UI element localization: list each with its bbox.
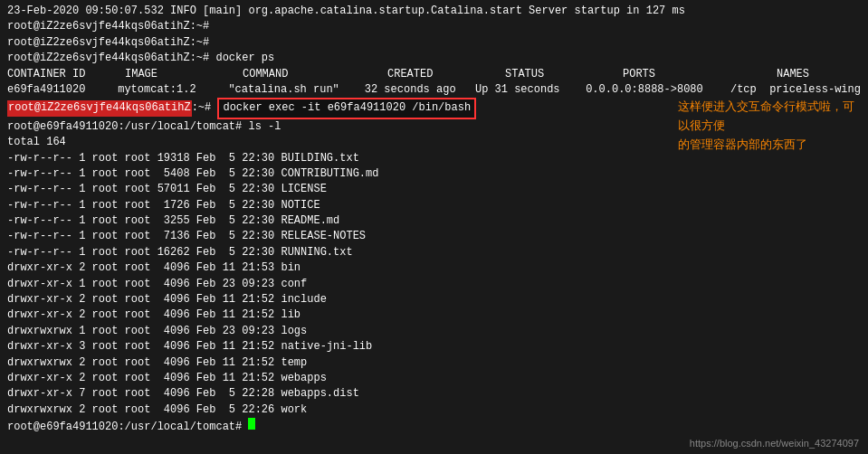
line-text: -rw-r--r-- 1 root root 1726 Feb 5 22:30 … [7, 198, 320, 213]
line-text: 23-Feb-2020 09:50:07.532 INFO [main] org… [7, 4, 685, 19]
line-text: drwxr-xr-x 2 root root 4096 Feb 11 21:52… [7, 371, 327, 386]
terminal-line: drwxr-xr-x 2 root root 4096 Feb 11 21:52… [7, 307, 861, 323]
cell-status: Up 31 seconds [475, 82, 586, 98]
prompt-highlighted: root@iZ2ze6svjfe44kqs06atihZ [7, 100, 192, 116]
cmd-highlighted: docker exec -it e69fa4911020 /bin/bash [217, 98, 476, 118]
cell-command: "catalina.sh run" [228, 82, 364, 98]
line-text: drwxr-xr-x 2 root root 4096 Feb 11 21:52… [7, 292, 327, 307]
line-text: drwxr-xr-x 2 root root 4096 Feb 11 21:52… [7, 307, 300, 323]
terminal-line: -rw-r--r-- 1 root root 7136 Feb 5 22:30 … [7, 229, 861, 244]
line-text: drwxr-xr-x 1 root root 4096 Feb 23 09:23… [7, 277, 307, 292]
terminal-line: 23-Feb-2020 09:50:07.532 INFO [main] org… [7, 4, 861, 19]
terminal: 23-Feb-2020 09:50:07.532 INFO [main] org… [0, 0, 868, 454]
prompt-tilde: :~# [192, 100, 218, 116]
cell-created: 32 seconds ago [365, 82, 475, 98]
docker-ps-header: CONTAINER ID IMAGE COMMAND CREATED STATU… [7, 67, 861, 82]
terminal-line: -rw-r--r-- 1 root root 57011 Feb 5 22:30… [7, 182, 861, 197]
col-container-id: CONTAINER ID [7, 67, 125, 82]
final-prompt-text: root@e69fa4911020:/usr/local/tomcat# [7, 420, 248, 435]
docker-ps-row: e69fa4911020 mytomcat:1.2 "catalina.sh r… [7, 82, 861, 98]
line-text: drwxr-xr-x 2 root root 4096 Feb 11 21:53… [7, 260, 300, 276]
terminal-line: -rw-r--r-- 1 root root 3255 Feb 5 22:30 … [7, 213, 861, 229]
line-text: root@iZ2ze6svjfe44kqs06atihZ:~# docker p… [7, 51, 274, 66]
terminal-line: drwxr-xr-x 2 root root 4096 Feb 11 21:52… [7, 292, 861, 307]
cell-names: /tcp priceless-wing [730, 82, 861, 98]
annotation-text-2: 的管理容器内部的东西了 [678, 137, 807, 151]
line-text: -rw-r--r-- 1 root root 7136 Feb 5 22:30 … [7, 229, 366, 244]
col-image: IMAGE [125, 67, 243, 82]
line-text: total 164 [7, 135, 66, 150]
watermark-text: https://blog.csdn.net/weixin_43274097 [690, 438, 859, 449]
cursor [248, 418, 255, 430]
col-command: COMMAND [243, 67, 387, 82]
line-text: -rw-r--r-- 1 root root 5408 Feb 5 22:30 … [7, 166, 378, 182]
line-text: drwxr-xr-x 3 root root 4096 Feb 11 21:52… [7, 339, 372, 355]
terminal-line: drwxrwxrwx 2 root root 4096 Feb 5 22:26 … [7, 402, 861, 418]
terminal-line: drwxr-xr-x 3 root root 4096 Feb 11 21:52… [7, 339, 861, 355]
terminal-line: drwxr-xr-x 1 root root 4096 Feb 23 09:23… [7, 277, 861, 292]
annotation-text: 这样便进入交互命令行模式啦，可以很方便 [678, 99, 854, 132]
cell-image: mytomcat:1.2 [118, 82, 228, 98]
terminal-line: -rw-r--r-- 1 root root 5408 Feb 5 22:30 … [7, 166, 861, 182]
col-created: CREATED [387, 67, 505, 82]
terminal-line: drwxrwxrwx 2 root root 4096 Feb 11 21:52… [7, 355, 861, 371]
line-text: -rw-r--r-- 1 root root 19318 Feb 5 22:30… [7, 151, 359, 166]
line-text: root@iZ2ze6svjfe44kqs06atihZ:~# [7, 19, 209, 34]
line-text: drwxrwxrwx 2 root root 4096 Feb 11 21:52… [7, 355, 307, 371]
terminal-line: root@iZ2ze6svjfe44kqs06atihZ:~# [7, 19, 861, 34]
terminal-prompt-final: root@e69fa4911020:/usr/local/tomcat# [7, 418, 861, 435]
terminal-line: root@iZ2ze6svjfe44kqs06atihZ:~# docker p… [7, 51, 861, 66]
line-text: root@iZ2ze6svjfe44kqs06atihZ:~# [7, 35, 209, 51]
annotation-box: 这样便进入交互命令行模式啦，可以很方便 的管理容器内部的东西了 [678, 98, 859, 154]
line-text: -rw-r--r-- 1 root root 57011 Feb 5 22:30… [7, 182, 327, 197]
col-names: NAMES [777, 67, 809, 82]
cell-container-id: e69fa4911020 [7, 82, 118, 98]
line-text: -rw-r--r-- 1 root root 16262 Feb 5 22:30… [7, 245, 353, 260]
terminal-line: drwxrwxrwx 1 root root 4096 Feb 23 09:23… [7, 324, 861, 339]
watermark: https://blog.csdn.net/weixin_43274097 [690, 438, 859, 449]
terminal-line: drwxr-xr-x 2 root root 4096 Feb 11 21:52… [7, 371, 861, 386]
line-text: drwxrwxrwx 2 root root 4096 Feb 5 22:26 … [7, 402, 307, 418]
line-text: root@e69fa4911020:/usr/local/tomcat# ls … [7, 119, 281, 135]
cell-ports: 0.0.0.0:8888->8080 [586, 82, 730, 98]
col-status: STATUS [505, 67, 623, 82]
terminal-line: -rw-r--r-- 1 root root 1726 Feb 5 22:30 … [7, 198, 861, 213]
terminal-line: -rw-r--r-- 1 root root 16262 Feb 5 22:30… [7, 245, 861, 260]
terminal-line: drwxr-xr-x 7 root root 4096 Feb 5 22:28 … [7, 386, 861, 402]
line-text: drwxrwxrwx 1 root root 4096 Feb 23 09:23… [7, 324, 307, 339]
col-ports: PORTS [623, 67, 777, 82]
line-text: drwxr-xr-x 7 root root 4096 Feb 5 22:28 … [7, 386, 359, 402]
line-text: -rw-r--r-- 1 root root 3255 Feb 5 22:30 … [7, 213, 339, 229]
terminal-line: root@iZ2ze6svjfe44kqs06atihZ:~# [7, 35, 861, 51]
terminal-line: drwxr-xr-x 2 root root 4096 Feb 11 21:53… [7, 260, 861, 276]
